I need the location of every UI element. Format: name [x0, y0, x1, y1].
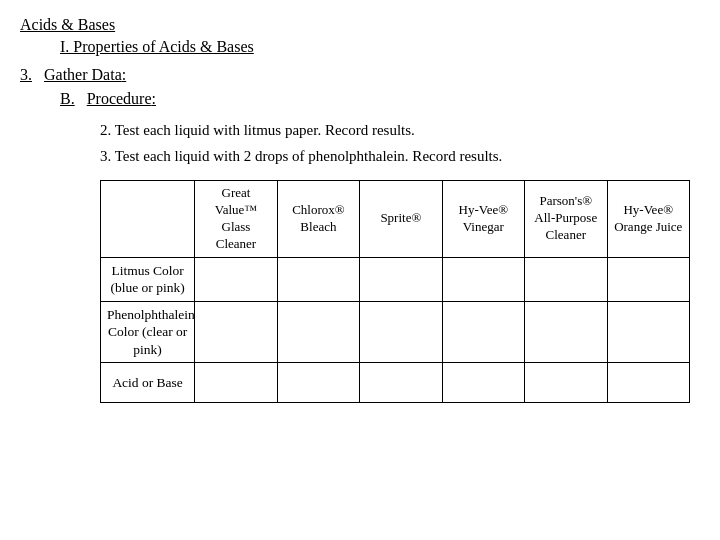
procedure-line: B. Procedure:: [60, 90, 700, 108]
gather-data-line: 3. Gather Data:: [20, 66, 700, 84]
row-1-cell-5: [525, 301, 607, 363]
row-0-cell-6: [607, 257, 690, 301]
section-heading: I. Properties of Acids & Bases: [60, 38, 700, 56]
header-col-2: Chlorox® Bleach: [277, 181, 359, 258]
header-col-1: Great Value™ Glass Cleaner: [195, 181, 277, 258]
row-2-cell-5: [525, 363, 607, 403]
gather-label: Gather Data: [44, 66, 122, 83]
header-col-3: Sprite®: [360, 181, 442, 258]
row-0-cell-3: [360, 257, 442, 301]
row-1-cell-6: [607, 301, 690, 363]
instruction-2: 2. Test each liquid with litmus paper. R…: [100, 118, 700, 142]
row-0-cell-1: [195, 257, 277, 301]
row-1-cell-4: [442, 301, 524, 363]
row-2-cell-6: [607, 363, 690, 403]
row-0-cell-5: [525, 257, 607, 301]
table-row: Phenolphthalein Color (clear or pink): [101, 301, 690, 363]
instruction-3: 3. Test each liquid with 2 drops of phen…: [100, 144, 700, 168]
instructions-block: 2. Test each liquid with litmus paper. R…: [100, 118, 700, 168]
row-2-cell-1: [195, 363, 277, 403]
table-row: Litmus Color (blue or pink): [101, 257, 690, 301]
table-header-row: Great Value™ Glass Cleaner Chlorox® Blea…: [101, 181, 690, 258]
procedure-label: Procedure: [87, 90, 152, 107]
title: Acids & Bases: [20, 16, 700, 34]
row-label-phenolphthalein: Phenolphthalein Color (clear or pink): [101, 301, 195, 363]
table-row: Acid or Base: [101, 363, 690, 403]
row-label-acid-base: Acid or Base: [101, 363, 195, 403]
row-label-litmus: Litmus Color (blue or pink): [101, 257, 195, 301]
procedure-letter: B.: [60, 90, 75, 107]
row-0-cell-4: [442, 257, 524, 301]
gather-number: 3.: [20, 66, 32, 83]
data-table: Great Value™ Glass Cleaner Chlorox® Blea…: [100, 180, 690, 403]
row-1-cell-2: [277, 301, 359, 363]
row-0-cell-2: [277, 257, 359, 301]
row-1-cell-1: [195, 301, 277, 363]
data-table-wrapper: Great Value™ Glass Cleaner Chlorox® Blea…: [100, 180, 690, 403]
header-col-4: Hy-Vee® Vinegar: [442, 181, 524, 258]
header-empty: [101, 181, 195, 258]
row-1-cell-3: [360, 301, 442, 363]
row-2-cell-3: [360, 363, 442, 403]
row-2-cell-4: [442, 363, 524, 403]
header-col-5: Parson's® All-Purpose Cleaner: [525, 181, 607, 258]
row-2-cell-2: [277, 363, 359, 403]
header-col-6: Hy-Vee® Orange Juice: [607, 181, 690, 258]
